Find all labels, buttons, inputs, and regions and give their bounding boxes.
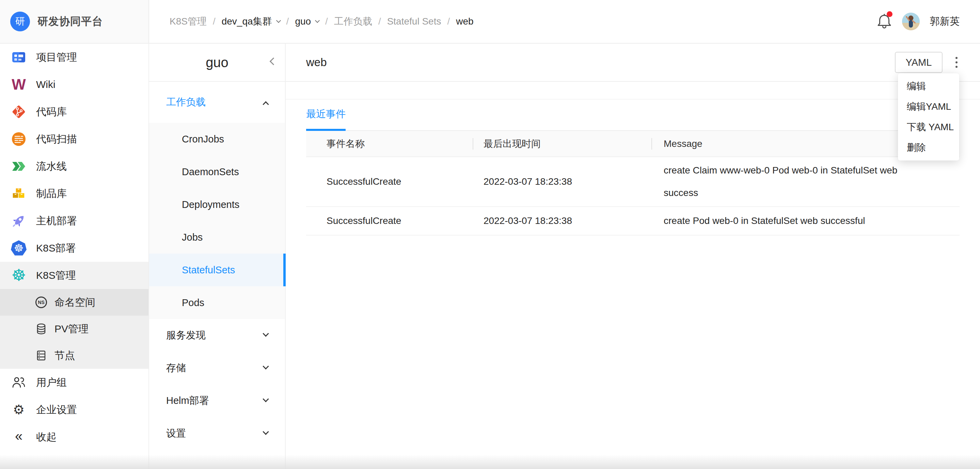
sidebar-item-label: 代码库 [36,105,67,119]
more-actions-button[interactable] [953,55,959,70]
notification-bell-button[interactable] [877,13,892,30]
breadcrumb-workload[interactable]: 工作负载 [334,15,372,28]
namespace-icon: NS [35,296,48,309]
group-storage[interactable]: 存储 [149,352,285,384]
group-label: 工作负载 [166,96,206,109]
actions-dropdown-menu: 编辑 编辑YAML 下载 YAML 删除 [898,73,959,161]
subnav-daemonsets[interactable]: DaemonSets [149,155,285,188]
menu-item-edit-yaml[interactable]: 编辑YAML [898,96,959,117]
group-settings[interactable]: 设置 [149,417,285,450]
k8s-deploy-icon: ☸ [11,240,27,256]
subnav-cronjobs[interactable]: CronJobs [149,123,285,155]
avatar[interactable] [902,13,920,30]
page-actions: YAML [895,52,959,73]
table-header: 事件名称 最后出现时间 Message [306,131,959,157]
sidebar-item-label: K8S管理 [36,269,76,282]
sidebar-item-label: K8S部署 [36,241,76,255]
wiki-icon: W [11,77,27,93]
cell-last-seen: 2022-03-07 18:23:38 [473,176,651,187]
sidebar-subitem-label: 命名空间 [54,295,95,309]
dot [956,66,958,68]
sidebar-item-code-repo[interactable]: 代码库 [0,98,148,125]
sidebar-collapse-chevron-icon[interactable] [270,57,277,65]
breadcrumb-namespace[interactable]: guo [295,16,311,27]
brand-area: 研 研发协同平台 [0,0,149,43]
breadcrumb-separator: / [447,16,450,27]
sidebar-item-label: 企业设置 [36,403,77,417]
sidebar-item-k8s-manage[interactable]: ☸ K8S管理 [0,262,148,289]
menu-item-download-yaml[interactable]: 下载 YAML [898,117,959,137]
breadcrumb-separator: / [286,16,289,27]
code-scan-icon [11,131,27,147]
content-area: 最近事件 事件名称 最后出现时间 Message SuccessfulCreat… [286,99,980,236]
subnav-statefulsets[interactable]: StatefulSets [149,254,285,286]
collapse-double-chevron-icon: « [11,429,27,445]
namespace-header: guo [149,44,285,82]
breadcrumb-separator: / [213,16,216,27]
pipeline-icon [11,158,27,174]
sidebar-item-enterprise-settings[interactable]: ⚙ 企业设置 [0,396,148,423]
page-header: web YAML [286,44,980,82]
sidebar-item-label: 收起 [36,430,57,444]
page-title: web [306,56,327,69]
sidebar-item-project-management[interactable]: 项目管理 [0,44,148,71]
breadcrumb-cluster[interactable]: dev_qa集群 [222,15,272,28]
rocket-icon [11,213,27,229]
chevron-down-icon [262,396,269,402]
artifact-boxes-icon [11,186,27,201]
sidebar-item-label: 主机部署 [36,214,77,228]
menu-item-delete[interactable]: 删除 [898,137,959,158]
table-row: SuccessfulCreate 2022-03-07 18:23:38 cre… [306,207,959,236]
sidebar-item-host-deploy[interactable]: 主机部署 [0,207,148,234]
server-icon [35,349,48,362]
cell-last-seen: 2022-03-07 18:23:38 [473,215,651,227]
gear-icon: ⚙ [11,402,27,418]
sidebar-item-label: 流水线 [36,160,67,174]
subnav-deployments[interactable]: Deployments [149,188,285,221]
menu-item-edit[interactable]: 编辑 [898,76,959,96]
sidebar-subitem-label: 节点 [54,349,75,363]
primary-sidebar: 项目管理 W Wiki 代码库 [0,44,149,469]
chevron-down-icon[interactable] [276,18,281,23]
table-row: SuccessfulCreate 2022-03-07 18:23:38 cre… [306,157,959,207]
sidebar-item-code-scan[interactable]: 代码扫描 [0,125,148,153]
tab-recent-events[interactable]: 最近事件 [306,99,345,131]
sidebar-subitem-pv[interactable]: PV管理 [0,316,148,342]
sidebar-subitem-namespace[interactable]: NS 命名空间 [0,289,148,316]
secondary-sidebar: guo 工作负载 CronJobs DaemonSets Deployments… [149,44,286,469]
header-substrip [286,82,980,99]
app-root: 研 研发协同平台 K8S管理 / dev_qa集群 / guo / 工作负载 /… [0,0,980,469]
sidebar-item-label: 项目管理 [36,51,77,64]
group-service-discovery[interactable]: 服务发现 [149,319,285,352]
breadcrumb-k8s-manage[interactable]: K8S管理 [170,15,207,28]
group-helm-deploy[interactable]: Helm部署 [149,384,285,417]
column-header-last-seen: 最后出现时间 [473,137,651,150]
column-header-event-name: 事件名称 [306,137,473,150]
breadcrumb: K8S管理 / dev_qa集群 / guo / 工作负载 / Stateful… [170,15,474,28]
brand-logo-icon: 研 [10,11,30,31]
sidebar-item-collapse[interactable]: « 收起 [0,423,148,451]
database-icon [35,322,48,335]
project-management-icon [11,49,27,65]
sidebar-subitem-label: PV管理 [54,322,89,336]
k8s-manage-icon: ☸ [11,268,27,283]
notification-dot [887,11,892,17]
sidebar-item-k8s-deploy[interactable]: ☸ K8S部署 [0,234,148,262]
sidebar-item-artifact-repo[interactable]: 制品库 [0,180,148,207]
tab-bar: 最近事件 [306,99,959,131]
breadcrumb-statefulsets[interactable]: Stateful Sets [387,16,441,27]
user-name[interactable]: 郭新英 [930,14,959,28]
sidebar-subitem-node[interactable]: 节点 [0,342,148,369]
subnav-pods[interactable]: Pods [149,286,285,319]
chevron-down-icon [262,363,269,369]
yaml-button[interactable]: YAML [895,52,943,73]
sidebar-item-pipeline[interactable]: 流水线 [0,153,148,180]
group-workload[interactable]: 工作负载 [149,82,285,123]
sidebar-item-wiki[interactable]: W Wiki [0,71,148,98]
subnav-jobs[interactable]: Jobs [149,221,285,254]
breadcrumb-current-web: web [456,16,473,27]
sidebar-item-user-group[interactable]: 用户组 [0,369,148,396]
cell-event-name: SuccessfulCreate [306,215,473,227]
cell-message: create Pod web-0 in StatefulSet web succ… [651,210,959,232]
chevron-down-icon[interactable] [315,18,320,23]
